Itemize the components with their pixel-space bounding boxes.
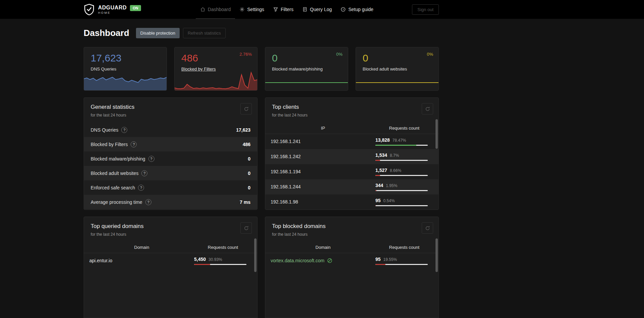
general-statistics-table: DNS Queries ? 17,623 Blocked by Filters … [84,123,257,209]
top-blocked-domains-table: vortex.data.microsoft.com 9519.55% [265,253,439,268]
progress-bar-fill [375,190,376,191]
refresh-icon-button[interactable] [240,103,252,115]
brand-name: ADGUARD [98,5,127,10]
refresh-statistics-button[interactable]: Refresh statistics [183,28,226,38]
client-ip[interactable]: 192.168.1.242 [271,154,301,159]
blocked-adult-label: Blocked adult websites [363,66,407,72]
help-icon[interactable]: ? [145,199,151,205]
table-header: Domain Requests count [84,242,257,253]
progress-bar [375,145,428,146]
blocked-malware-label: Blocked malware/phishing [272,66,323,72]
help-icon[interactable]: ? [141,170,147,176]
client-ip[interactable]: 192.168.1.244 [271,184,301,189]
progress-bar [194,264,246,265]
requests-count: 344 [375,183,383,188]
dns-queries-label: DNS Queries [91,66,117,72]
nav-label: Dashboard [208,7,231,12]
dashboard-page: Dashboard Disable protection Refresh sta… [84,27,439,318]
nav-query-log[interactable]: Query Log [298,0,336,19]
progress-bar-fill [375,205,376,206]
domain-name[interactable]: vortex.data.microsoft.com [271,258,324,263]
stat-row-value: 0 [248,156,250,162]
scrollbar-thumb[interactable] [435,238,438,272]
requests-count: 5,450 [194,257,206,262]
progress-bar [375,190,428,191]
stats-row: Average processing time ? 7 ms [84,195,257,209]
help-icon[interactable]: ? [121,127,127,133]
requests-count: 95 [375,198,381,203]
panel-subtitle: for the last 24 hours [91,232,250,237]
requests-percent: 1.95% [386,183,397,188]
column-header-domain[interactable]: Domain [89,245,194,250]
scrollbar-thumb[interactable] [435,119,438,149]
blocked-filters-link[interactable]: Blocked by Filters [181,66,216,72]
top-clients-table: 192.168.1.241 13,82878.47% 192.168.1.242 [265,134,439,210]
scrollbar-thumb[interactable] [254,238,257,272]
dns-queries-value: 17,623 [91,52,160,63]
blocked-filters-card: 486 Blocked by Filters 2.76% [174,47,258,91]
progress-bar-fill [375,175,380,176]
top-queried-domains-panel: Top queried domains for the last 24 hour… [84,217,258,318]
column-header-requests[interactable]: Requests count [375,126,433,131]
client-ip[interactable]: 192.168.1.194 [271,169,301,174]
funnel-icon [273,7,278,12]
refresh-icon-button[interactable] [422,103,433,115]
table-row: vortex.data.microsoft.com 9519.55% [265,253,439,268]
requests-count: 1,534 [375,152,387,158]
stat-row-label: Enforced safe search [91,185,135,190]
client-ip[interactable]: 192.168.1.98 [271,199,298,205]
column-header-requests[interactable]: Requests count [375,245,433,250]
blocked-adult-sparkline [356,82,439,83]
table-row: 192.168.1.194 1,5278.66% [265,164,439,179]
requests-percent: 8.66% [390,168,401,173]
help-icon[interactable]: ? [138,185,144,191]
refresh-icon [244,226,249,231]
refresh-icon [244,106,249,111]
general-statistics-panel: General statistics for the last 24 hours… [84,97,258,210]
column-header-ip[interactable]: IP [271,126,375,131]
nav-dashboard[interactable]: Dashboard [196,0,235,19]
adguard-logo-icon [84,3,95,16]
help-icon[interactable]: ? [148,156,154,162]
domain-name[interactable]: api.entur.io [89,258,112,263]
refresh-icon-button[interactable] [240,222,252,234]
nav-label: Filters [281,7,293,12]
blocked-malware-sparkline [265,82,348,83]
table-header: Domain Requests count [265,242,439,253]
column-header-domain[interactable]: Domain [271,245,375,250]
stats-row: Enforced safe search ? 0 [84,180,257,195]
main-nav: Dashboard Settings Filters [196,0,378,19]
blocked-filters-sparkline [174,71,258,91]
document-icon [302,7,308,12]
panel-title: Top blocked domains [272,223,432,230]
brand[interactable]: ADGUARD HOME ON [84,3,141,16]
progress-bar [375,160,428,161]
nav-setup-guide[interactable]: ? Setup guide [336,0,378,19]
dns-queries-sparkline [84,76,167,91]
dns-queries-card: 17,623 DNS Queries [84,47,167,91]
stat-cards-row: 17,623 DNS Queries 486 Blocked by Filter… [84,47,439,91]
sign-out-button[interactable]: Sign out [412,4,439,15]
stat-row-value: 0 [248,171,250,176]
disable-protection-button[interactable]: Disable protection [136,28,180,38]
nav-settings[interactable]: Settings [235,0,269,19]
dashboard-home-icon [200,7,205,12]
progress-bar [375,175,428,176]
stats-row: DNS Queries ? 17,623 [84,123,257,137]
help-icon[interactable]: ? [131,141,137,147]
panel-subtitle: for the last 24 hours [272,232,432,237]
blocked-adult-percent: 0% [427,52,433,57]
table-header: IP Requests count [265,123,439,134]
refresh-icon-button[interactable] [422,222,433,234]
top-queried-domains-table: api.entur.io 5,45030.93% [84,253,257,268]
progress-bar-fill [375,264,385,265]
nav-filters[interactable]: Filters [269,0,298,19]
requests-count: 13,828 [375,137,390,143]
svg-text:?: ? [342,8,344,11]
navbar: ADGUARD HOME ON Dashboard Settings [0,0,644,19]
blocked-adult-card: 0 Blocked adult websites 0% [356,47,439,91]
client-ip[interactable]: 192.168.1.241 [271,139,301,144]
column-header-requests[interactable]: Requests count [194,245,252,250]
stats-row: Blocked malware/phishing ? 0 [84,151,257,166]
table-row: 192.168.1.244 3441.95% [265,179,439,194]
